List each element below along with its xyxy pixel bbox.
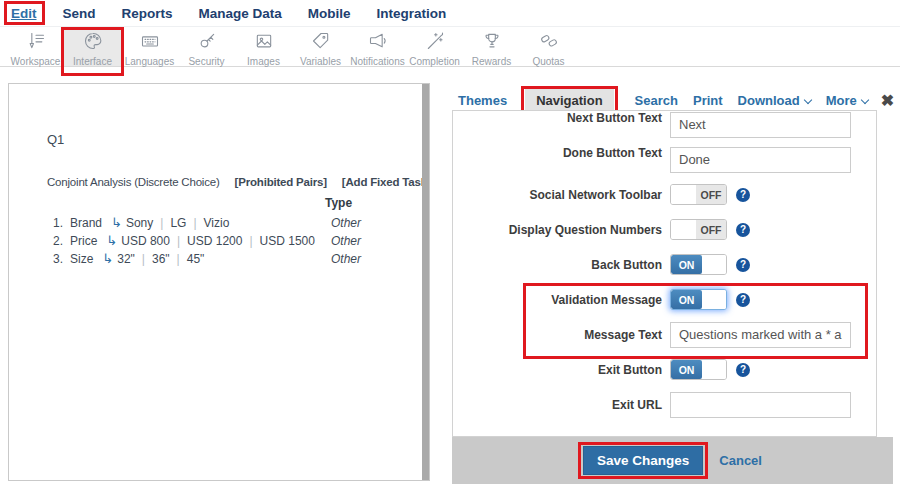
validation-message-toggle[interactable]: ON: [670, 289, 727, 310]
row-number: 2.: [53, 234, 67, 248]
settings-tabbar: Themes Navigation Search Print Download …: [452, 88, 893, 112]
toolbar-label: Workspace: [11, 56, 61, 67]
attribute-row: 1. Brand ↳ Sony LG Vizio Other: [53, 215, 423, 230]
print-link[interactable]: Print: [693, 93, 723, 108]
chevron-down-icon: [803, 95, 811, 103]
row-number: 1.: [53, 216, 67, 230]
attribute-option: Vizio: [186, 216, 229, 230]
toolbar-label: Quotas: [532, 56, 564, 67]
attribute-name: Price: [70, 234, 97, 248]
languages-keyboard-icon: [140, 31, 160, 55]
more-link[interactable]: More: [826, 93, 868, 108]
field-label: Social Network Toolbar: [453, 188, 662, 202]
field-label: Display Question Numbers: [453, 223, 662, 237]
tab-themes[interactable]: Themes: [458, 93, 507, 108]
attribute-option: 36": [135, 252, 170, 266]
form-row-exit-url: Exit URL: [453, 387, 876, 422]
form-row-validation-message: Validation Message ON ?: [453, 282, 876, 317]
attribute-row: 2. Price ↳ USD 800 USD 1200 USD 1500 Oth…: [53, 233, 423, 248]
form-row-exit-button: Exit Button ON ?: [453, 352, 876, 387]
toolbar-item-security[interactable]: Security: [178, 27, 235, 66]
attribute-type: Other: [331, 234, 361, 248]
nav-item-mobile[interactable]: Mobile: [308, 5, 351, 22]
attribute-type: Other: [331, 252, 361, 266]
help-icon[interactable]: ?: [736, 293, 750, 307]
row-number: 3.: [53, 252, 67, 266]
field-label: Exit Button: [453, 363, 662, 377]
display-question-numbers-toggle[interactable]: OFF: [670, 219, 727, 240]
tab-search[interactable]: Search: [635, 93, 678, 108]
exit-button-toggle[interactable]: ON: [670, 359, 727, 380]
back-button-toggle[interactable]: ON: [670, 254, 727, 275]
toolbar-item-notifications[interactable]: Notifications: [349, 27, 406, 66]
security-key-icon: [197, 31, 217, 55]
add-fixed-tasks-link[interactable]: [Add Fixed Tasks: [342, 176, 430, 188]
close-icon[interactable]: ✖: [881, 91, 894, 110]
attribute-type: Other: [331, 216, 361, 230]
nav-item-integration[interactable]: Integration: [377, 5, 447, 22]
toolbar-item-interface[interactable]: Interface: [64, 27, 121, 66]
next-button-text-input[interactable]: [670, 112, 851, 138]
toolbar-label: Variables: [300, 56, 341, 67]
app-window: Edit Send Reports Manage Data Mobile Int…: [0, 0, 900, 484]
form-row-back-button: Back Button ON ?: [453, 247, 876, 282]
notifications-megaphone-icon: [368, 31, 388, 55]
images-icon: [254, 31, 274, 55]
attribute-option: 32": [117, 252, 135, 266]
toolbar-item-workspace[interactable]: Workspace: [7, 27, 64, 66]
toolbar-label: Notifications: [350, 56, 404, 67]
attribute-option: USD 1500: [242, 234, 315, 248]
question-type-title: Conjoint Analysis (Discrete Choice): [47, 176, 220, 188]
nav-item-edit[interactable]: Edit: [11, 5, 37, 22]
branch-arrow-icon: ↳: [111, 215, 122, 230]
toolbar-item-images[interactable]: Images: [235, 27, 292, 66]
nav-item-send[interactable]: Send: [63, 5, 96, 22]
toolbar-item-quotas[interactable]: Quotas: [520, 27, 577, 66]
branch-arrow-icon: ↳: [106, 233, 117, 248]
attribute-name: Brand: [70, 216, 102, 230]
variables-tag-icon: [311, 31, 331, 55]
form-row-message-text: Message Text: [453, 317, 876, 352]
question-number: Q1: [47, 132, 64, 147]
toolbar-label: Interface: [73, 56, 112, 67]
attribute-option: LG: [153, 216, 186, 230]
workspace-icon: [26, 31, 46, 55]
help-icon[interactable]: ?: [736, 363, 750, 377]
social-network-toolbar-toggle[interactable]: OFF: [670, 184, 727, 205]
save-changes-button[interactable]: Save Changes: [583, 446, 703, 475]
message-text-input[interactable]: [670, 322, 851, 348]
cancel-link[interactable]: Cancel: [719, 453, 762, 468]
preview-scrollbar[interactable]: [422, 84, 429, 480]
navigation-settings-form: Next Button Text Done Button Text Social…: [452, 110, 877, 437]
help-icon[interactable]: ?: [736, 188, 750, 202]
toolbar-item-rewards[interactable]: Rewards: [463, 27, 520, 66]
help-icon[interactable]: ?: [736, 258, 750, 272]
attribute-option: USD 1200: [170, 234, 243, 248]
help-icon[interactable]: ?: [736, 223, 750, 237]
field-label: Next Button Text: [453, 111, 662, 125]
field-label: Validation Message: [453, 293, 662, 307]
interface-palette-icon: [83, 31, 103, 55]
toolbar-label: Completion: [409, 56, 460, 67]
toolbar-label: Rewards: [472, 56, 511, 67]
toolbar-item-completion[interactable]: Completion: [406, 27, 463, 66]
toolbar-item-variables[interactable]: Variables: [292, 27, 349, 66]
nav-item-manage-data[interactable]: Manage Data: [199, 5, 282, 22]
form-row-display-question-numbers: Display Question Numbers OFF ?: [453, 212, 876, 247]
tab-navigation[interactable]: Navigation: [525, 89, 613, 112]
attribute-name: Size: [70, 252, 93, 266]
exit-url-input[interactable]: [670, 392, 851, 418]
nav-item-reports[interactable]: Reports: [122, 5, 173, 22]
branch-arrow-icon: ↳: [102, 251, 113, 266]
download-link[interactable]: Download: [738, 93, 811, 108]
form-row-next-button-text: Next Button Text: [453, 110, 876, 142]
done-button-text-input[interactable]: [670, 147, 851, 173]
prohibited-pairs-link[interactable]: [Prohibited Pairs]: [235, 176, 327, 188]
field-label: Back Button: [453, 258, 662, 272]
edit-toolbar: Workspace Interface Languages Security I…: [0, 27, 900, 67]
rewards-trophy-icon: [482, 31, 502, 55]
form-footer: Save Changes Cancel: [452, 437, 893, 484]
completion-wand-icon: [425, 31, 445, 55]
attribute-option: 45": [170, 252, 205, 266]
toolbar-item-languages[interactable]: Languages: [121, 27, 178, 66]
